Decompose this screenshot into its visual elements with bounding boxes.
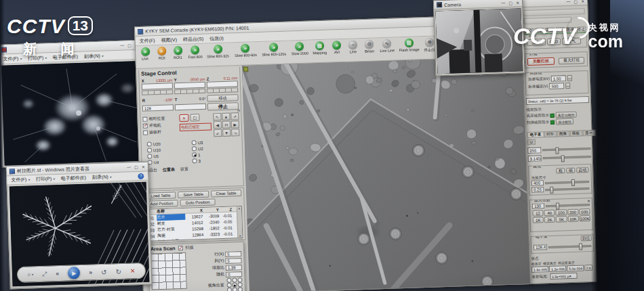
toolbar-button-roi[interactable]: »ROI: [155, 47, 169, 61]
mag-preset-button[interactable]: 12: [532, 210, 543, 217]
bias-voltage-spinner[interactable]: [565, 83, 570, 89]
mag-preset-button[interactable]: 2K: [544, 217, 555, 223]
joystick-checkbox[interactable]: [143, 130, 148, 135]
stage-x-input[interactable]: [142, 83, 173, 90]
tab-image[interactable]: 图像: [557, 131, 569, 137]
toolbar-button-roi1[interactable]: »ROI1: [171, 46, 185, 60]
close-button[interactable]: ✕: [516, 0, 519, 5]
accel-voltage-spinner[interactable]: [567, 75, 572, 81]
stage-tab-positions[interactable]: 位置表: [163, 166, 175, 173]
zoom-ratio-input[interactable]: 1.39: [226, 265, 242, 271]
next-icon[interactable]: »: [89, 269, 92, 275]
menu-file[interactable]: 文件(F): [139, 37, 155, 45]
magnification-slider[interactable]: [546, 204, 590, 207]
minimize-button[interactable]: —: [127, 164, 131, 169]
focus-auto-button[interactable]: 自动: [576, 167, 588, 173]
zoom-icon[interactable]: ⌕▾: [27, 271, 33, 278]
slideshow-button[interactable]: ▶: [68, 267, 81, 279]
stage-quick-button-a[interactable]: ✕: [179, 114, 188, 122]
stage-z-input[interactable]: [207, 81, 238, 88]
speed-radio-u3[interactable]: [192, 140, 197, 145]
menu-print[interactable]: 打印(P)▾: [28, 54, 47, 62]
scroll-up-icon[interactable]: ▲: [238, 206, 241, 210]
focus-fine-button[interactable]: 细: [566, 168, 575, 173]
scan-indicator-button[interactable]: 清洁镜筒: [556, 118, 573, 125]
beam-value-input[interactable]: 126.4: [534, 244, 547, 250]
toolbar-button-beam[interactable]: ⊙Beam: [363, 39, 377, 53]
delete-icon[interactable]: ✕: [130, 267, 136, 274]
brightness-slider[interactable]: [542, 148, 590, 151]
mag-preset-button[interactable]: 5K: [556, 216, 567, 223]
save-table-button[interactable]: Save Table: [178, 191, 209, 198]
sub-tab-u[interactable]: U: [527, 139, 536, 145]
stage-quick-button-b[interactable]: ▢: [190, 114, 199, 121]
accel-voltage-input[interactable]: 1.50: [551, 75, 566, 82]
right-panel-titlebar[interactable]: — ▢ ✕: [521, 0, 587, 7]
toolbar-button-slow32[interactable]: »Slow 800-32s: [205, 44, 230, 58]
maximize-button[interactable]: ▢: [508, 0, 512, 5]
toolbar-button-fast800[interactable]: »Fast 800: [187, 45, 203, 60]
mag-preset-button[interactable]: 1K: [533, 217, 544, 223]
sem-image[interactable]: [242, 56, 531, 291]
filament-max-button[interactable]: 最大灯丝: [559, 57, 584, 64]
menu-file[interactable]: 文件(F)▾: [3, 55, 22, 62]
vent-button[interactable]: 放气: [562, 37, 581, 45]
filament-off-button[interactable]: 关断灯丝: [527, 58, 555, 66]
toolbar-button-slow120[interactable]: »Slow 800-120s: [260, 43, 287, 57]
close-icon[interactable]: ✕: [587, 199, 590, 203]
relative-position-checkbox[interactable]: [142, 116, 147, 121]
dpad-left[interactable]: ◀: [214, 121, 222, 129]
menu-burn[interactable]: 刻录(N)▾: [92, 173, 112, 181]
menu-view[interactable]: 视图(V): [161, 37, 177, 44]
random-input[interactable]: 0: [226, 271, 242, 277]
toolbar-button-slow2000[interactable]: »Slow 2000: [290, 42, 310, 56]
dpad-down-right[interactable]: ↘: [231, 129, 239, 136]
magnification-input[interactable]: 130: [532, 203, 544, 209]
minimize-button[interactable]: —: [120, 43, 124, 48]
mag-preset-button[interactable]: 500: [579, 208, 590, 215]
view-position-radio[interactable]: [237, 287, 242, 291]
toolbar-button-line[interactable]: –Line: [346, 40, 361, 54]
tab-centering[interactable]: 对中: [544, 131, 557, 138]
stage-t-input[interactable]: [175, 104, 206, 111]
toolbar-button-liveline[interactable]: ∿Live Line: [379, 39, 396, 53]
dpad-home[interactable]: H: [222, 121, 230, 129]
menu-email[interactable]: 电子邮件(E): [53, 53, 79, 60]
menu-stage[interactable]: 样品台(S): [183, 35, 204, 43]
dpad-up-right[interactable]: ↗: [230, 112, 239, 120]
previous-icon[interactable]: «: [56, 270, 59, 277]
menu-print[interactable]: 打印(P)▾: [36, 175, 55, 183]
view-position-radio[interactable]: [232, 287, 237, 291]
stage-stop-button[interactable]: 停止: [207, 102, 239, 111]
brightness-input[interactable]: 255: [527, 147, 541, 154]
rows-input[interactable]: 5: [225, 251, 241, 257]
motor-on-checkbox[interactable]: [143, 123, 148, 128]
mag-preset-button[interactable]: 100: [556, 209, 567, 216]
focus-fine-slider[interactable]: [545, 187, 589, 191]
close-button[interactable]: ✕: [142, 164, 145, 169]
mag-preset-button[interactable]: 10K: [567, 216, 578, 223]
speed-radio-u20[interactable]: [147, 141, 152, 146]
old-button[interactable]: OLD: [547, 38, 561, 45]
load-table-button[interactable]: Load Table: [145, 192, 176, 199]
speed-radio-u10[interactable]: [147, 148, 152, 152]
toolbar-button-live[interactable]: »Live: [138, 47, 153, 61]
minimize-button[interactable]: —: [501, 1, 505, 5]
hv-indicator-button[interactable]: 真空与镜筒: [555, 112, 576, 118]
stage-tab-settings[interactable]: 设置: [180, 166, 188, 173]
menu-file[interactable]: 文件(F)▾: [11, 176, 30, 183]
menu-info[interactable]: 信息(I): [209, 35, 224, 42]
spot-size-slider[interactable]: [545, 181, 589, 184]
mag-preset-button[interactable]: 100K: [579, 215, 590, 222]
stage-move-button[interactable]: 移动: [207, 94, 238, 102]
spot-size-input[interactable]: 400: [531, 180, 544, 186]
minimize-button[interactable]: —: [566, 0, 570, 4]
toolbar-button-slow60[interactable]: »Slow 800-60s: [233, 43, 258, 58]
menu-email[interactable]: 电子邮件(E): [61, 175, 87, 182]
speed-radio-3[interactable]: [192, 158, 197, 163]
tab-electron-beam[interactable]: 电子束: [527, 131, 544, 138]
current-input[interactable]: 3.140A: [528, 155, 542, 162]
mag-preset-button[interactable]: 40: [544, 210, 555, 217]
pump-button[interactable]: 抽气: [527, 39, 546, 46]
area-scan-checkbox[interactable]: [178, 246, 182, 250]
